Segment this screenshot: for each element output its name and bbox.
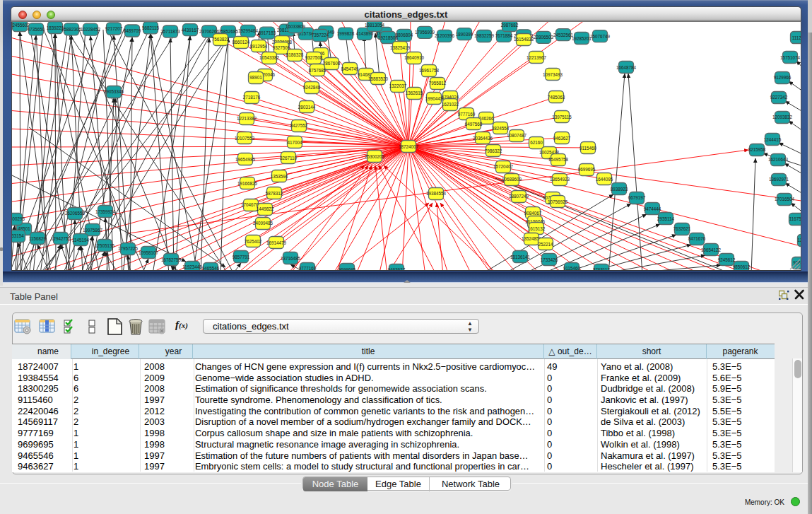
svg-text:19654985: 19654985 <box>235 157 256 162</box>
svg-text:18813054: 18813054 <box>365 23 385 28</box>
svg-text:18724007: 18724007 <box>399 144 419 149</box>
svg-text:16154838: 16154838 <box>514 37 534 42</box>
svg-text:26206556: 26206556 <box>65 211 86 216</box>
svg-text:16033809: 16033809 <box>286 24 306 29</box>
svg-text:18807249: 18807249 <box>509 194 529 199</box>
svg-text:10958107: 10958107 <box>139 250 159 255</box>
svg-text:9217207: 9217207 <box>105 26 123 31</box>
svg-text:11124: 11124 <box>792 35 801 40</box>
svg-text:1890399: 1890399 <box>456 32 473 37</box>
svg-text:1145194: 1145194 <box>72 238 90 243</box>
svg-text:2987682: 2987682 <box>501 23 519 28</box>
svg-text:10654122: 10654122 <box>701 247 722 252</box>
svg-text:1244415: 1244415 <box>764 137 782 142</box>
svg-text:9777169: 9777169 <box>458 112 476 117</box>
svg-text:1449822: 1449822 <box>257 206 274 211</box>
svg-text:6497568: 6497568 <box>465 122 483 127</box>
svg-text:17016504: 17016504 <box>775 197 795 201</box>
svg-text:5682115: 5682115 <box>142 25 160 30</box>
svg-text:7671884: 7671884 <box>495 33 513 38</box>
svg-text:13692971: 13692971 <box>769 177 789 182</box>
svg-text:9463627: 9463627 <box>388 267 406 271</box>
svg-text:7357224: 7357224 <box>312 33 329 37</box>
svg-text:12093832: 12093832 <box>772 115 793 119</box>
svg-text:15751074: 15751074 <box>780 55 801 60</box>
svg-text:19285201: 19285201 <box>572 36 592 41</box>
svg-text:15883520: 15883520 <box>368 76 389 81</box>
svg-text:10228452: 10228452 <box>81 27 101 32</box>
svg-text:9129966: 9129966 <box>774 75 792 80</box>
svg-text:13975115: 13975115 <box>552 115 572 119</box>
svg-text:17957225: 17957225 <box>118 246 139 251</box>
svg-text:9245612: 9245612 <box>718 257 736 262</box>
svg-text:2803144: 2803144 <box>298 105 316 110</box>
svg-text:24099485: 24099485 <box>253 221 273 226</box>
svg-text:9474444: 9474444 <box>644 206 661 211</box>
svg-text:9084067: 9084067 <box>524 211 542 216</box>
svg-text:15720407: 15720407 <box>493 164 514 169</box>
svg-text:6679197: 6679197 <box>628 195 646 200</box>
svg-text:7986322: 7986322 <box>485 148 502 153</box>
svg-text:8427552: 8427552 <box>290 123 308 128</box>
svg-text:9857791: 9857791 <box>233 255 250 259</box>
svg-text:33154: 33154 <box>12 233 24 238</box>
svg-text:10756928: 10756928 <box>548 199 568 204</box>
svg-text:2867608: 2867608 <box>323 61 341 66</box>
svg-text:19299464: 19299464 <box>238 28 259 33</box>
svg-text:8489709: 8489709 <box>124 28 141 33</box>
svg-text:22806503: 22806503 <box>534 35 554 40</box>
svg-text:9465546: 9465546 <box>202 266 220 271</box>
svg-text:9115460: 9115460 <box>563 266 581 271</box>
svg-text:18300295: 18300295 <box>12 216 25 221</box>
svg-text:1353594: 1353594 <box>271 174 288 179</box>
svg-text:1644095: 1644095 <box>596 177 613 182</box>
svg-text:3917183: 3917183 <box>259 30 276 35</box>
svg-text:16914479: 16914479 <box>266 240 287 245</box>
svg-text:11923448: 11923448 <box>182 264 202 269</box>
svg-text:16210643: 16210643 <box>768 157 789 162</box>
svg-text:3267110: 3267110 <box>280 156 298 160</box>
svg-text:12213967: 12213967 <box>526 55 547 60</box>
svg-text:4439167: 4439167 <box>182 28 199 33</box>
svg-text:252214: 252214 <box>538 242 553 247</box>
svg-text:4735650: 4735650 <box>28 27 45 32</box>
svg-text:25711873: 25711873 <box>160 29 180 34</box>
svg-text:10688609: 10688609 <box>502 177 522 182</box>
svg-text:8938923: 8938923 <box>611 187 628 192</box>
svg-text:7625402: 7625402 <box>245 239 262 244</box>
svg-text:1999828: 1999828 <box>337 31 355 36</box>
svg-text:98901: 98901 <box>249 75 262 80</box>
svg-text:2935114: 2935114 <box>657 216 675 221</box>
svg-text:7955812: 7955812 <box>429 81 447 86</box>
svg-text:9463627: 9463627 <box>553 136 571 141</box>
svg-text:8186328: 8186328 <box>286 52 304 57</box>
svg-text:18640910: 18640910 <box>404 55 425 60</box>
svg-text:10107553: 10107553 <box>235 136 255 141</box>
svg-text:1621022: 1621022 <box>442 102 459 107</box>
svg-text:25882305: 25882305 <box>61 27 82 32</box>
svg-text:9777169: 9777169 <box>299 266 317 271</box>
svg-text:7485063: 7485063 <box>548 95 565 100</box>
svg-text:9699695: 9699695 <box>339 267 356 271</box>
svg-text:13654923: 13654923 <box>550 177 570 182</box>
svg-text:17359924: 17359924 <box>95 209 116 214</box>
svg-text:62160: 62160 <box>530 140 543 145</box>
svg-text:9242848: 9242848 <box>303 85 321 90</box>
svg-text:8215958: 8215958 <box>748 147 766 152</box>
svg-text:120345: 120345 <box>797 238 801 243</box>
svg-text:19218506: 19218506 <box>378 35 399 40</box>
svg-text:19832259: 19832259 <box>474 33 495 38</box>
svg-text:9327508: 9327508 <box>305 55 323 60</box>
svg-text:1733426: 1733426 <box>541 257 558 262</box>
svg-text:21200396: 21200396 <box>435 33 455 38</box>
svg-text:10543382: 10543382 <box>259 55 280 60</box>
svg-text:9699695: 9699695 <box>578 167 596 172</box>
svg-text:1322037: 1322037 <box>389 83 407 88</box>
svg-text:7563822: 7563822 <box>212 37 230 42</box>
svg-text:1362615: 1362615 <box>406 90 423 95</box>
svg-text:24532561: 24532561 <box>553 33 574 37</box>
svg-text:8763112: 8763112 <box>593 267 611 271</box>
svg-text:9227342: 9227342 <box>770 95 788 100</box>
svg-text:9850612: 9850612 <box>733 264 751 269</box>
svg-text:16782759: 16782759 <box>161 257 182 262</box>
